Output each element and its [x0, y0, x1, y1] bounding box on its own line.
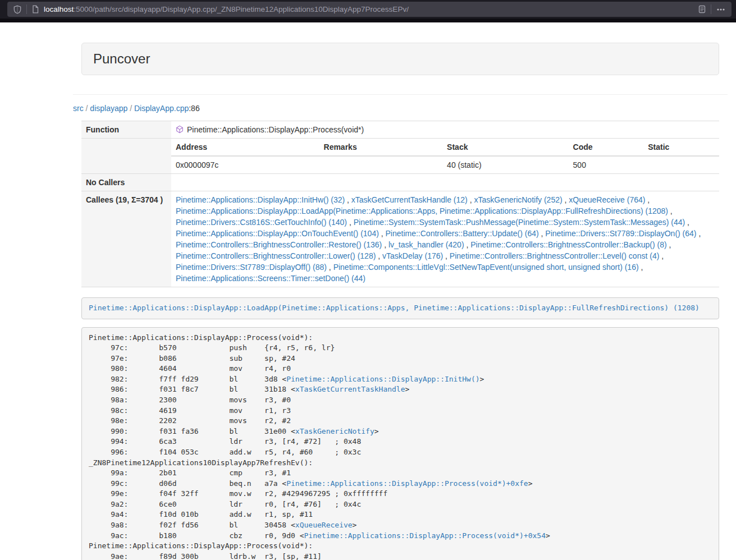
callee-link[interactable]: Pinetime::Applications::DisplayApp::Init… — [176, 195, 345, 204]
function-cube-icon — [176, 125, 184, 134]
details-header-row: Address Remarks Stack Code Static — [171, 139, 719, 156]
disassembly-symbol-link[interactable]: Pinetime::Applications::DisplayApp::Proc… — [286, 479, 528, 488]
disassembly-symbol-link[interactable]: Pinetime::Applications::DisplayApp::Init… — [286, 375, 479, 383]
callee-link[interactable]: Pinetime::Controllers::BrightnessControl… — [176, 240, 382, 249]
callees-label: Callees (19, Σ=3704 ) — [81, 191, 171, 287]
callee-link[interactable]: Pinetime::Drivers::St7789::DisplayOff() … — [176, 263, 327, 272]
url-path: :5000/path/src/displayapp/DisplayApp.cpp… — [74, 5, 409, 13]
callees-row: Callees (19, Σ=3704 ) Pinetime::Applicat… — [81, 191, 719, 287]
symbol-table: Function Pinetime::Applications::Display… — [81, 121, 719, 287]
breadcrumb: src / displayapp / DisplayApp.cpp:86 — [73, 104, 728, 113]
code-value: 500 — [569, 156, 644, 173]
url-bar-separator — [26, 4, 27, 14]
callee-link[interactable]: lv_task_handler (420) — [388, 240, 464, 249]
disassembly-pre: Pinetime::Applications::DisplayApp::Proc… — [81, 327, 719, 560]
url-host: localhost — [44, 5, 74, 13]
disassembly-symbol-link[interactable]: xTaskGenericNotify — [295, 427, 374, 435]
toolbar-separator — [711, 4, 711, 14]
breadcrumb-link[interactable]: displayapp — [90, 104, 127, 113]
page-info-icon[interactable] — [31, 5, 39, 13]
disassembly-symbol-link[interactable]: Pinetime::Applications::DisplayApp::Proc… — [304, 531, 546, 540]
callee-link[interactable]: xTaskGetCurrentTaskHandle (12) — [351, 195, 468, 204]
callee-link[interactable]: Pinetime::Controllers::BrightnessControl… — [470, 240, 666, 249]
details-row: Address Remarks Stack Code Static 0x0000… — [81, 139, 719, 174]
breadcrumb-link[interactable]: DisplayApp.cpp — [134, 104, 189, 113]
callee-link[interactable]: Pinetime::Applications::DisplayApp::Load… — [176, 206, 668, 215]
no-callers-label: No Callers — [81, 174, 171, 191]
callee-link[interactable]: Pinetime::Controllers::BrightnessControl… — [450, 251, 659, 260]
callee-link[interactable]: xQueueReceive (764) — [569, 195, 645, 204]
function-name: Pinetime::Applications::DisplayApp::Proc… — [187, 125, 364, 134]
browser-toolbar: localhost:5000/path/src/displayapp/Displ… — [0, 0, 736, 19]
function-row-label: Function — [81, 121, 171, 139]
url-bar[interactable]: localhost:5000/path/src/displayapp/Displ… — [7, 2, 732, 17]
callee-link[interactable]: Pinetime::System::SystemTask::PushMessag… — [354, 218, 685, 227]
callee-link[interactable]: Pinetime::Components::LittleVgl::SetNewT… — [333, 263, 639, 272]
details-row-label — [81, 139, 171, 174]
disassembly-symbol-link[interactable]: xQueueReceive — [295, 521, 353, 529]
callees-list: Pinetime::Applications::DisplayApp::Init… — [171, 191, 719, 287]
no-callers-row: No Callers — [81, 174, 719, 191]
column-stack: Stack — [442, 139, 568, 156]
breadcrumb-separator: / — [127, 104, 134, 113]
callee-link[interactable]: Pinetime::Controllers::BrightnessControl… — [176, 251, 376, 260]
app-header-panel: Puncover — [81, 43, 719, 75]
highlighted-callee-link[interactable]: Pinetime::Applications::DisplayApp::Load… — [89, 304, 700, 312]
callee-link[interactable]: Pinetime::Drivers::St7789::DisplayOn() (… — [545, 229, 696, 238]
function-name-cell: Pinetime::Applications::DisplayApp::Proc… — [171, 121, 719, 139]
page-content: Puncover src / displayapp / DisplayApp.c… — [0, 22, 736, 560]
callee-link[interactable]: Pinetime::Drivers::Cst816S::GetTouchInfo… — [176, 218, 347, 227]
remarks-value — [319, 156, 443, 173]
column-address: Address — [171, 139, 319, 156]
address-value: 0x0000097c — [171, 156, 319, 173]
callee-link[interactable]: Pinetime::Applications::Screens::Timer::… — [176, 274, 365, 283]
no-callers-cell — [171, 174, 719, 191]
highlighted-callee-block: Pinetime::Applications::DisplayApp::Load… — [81, 297, 719, 319]
callee-link[interactable]: Pinetime::Controllers::Battery::Update()… — [386, 229, 539, 238]
overflow-menu-icon[interactable] — [716, 5, 726, 14]
reader-mode-icon[interactable] — [698, 5, 706, 13]
details-cell: Address Remarks Stack Code Static 0x0000… — [171, 139, 719, 174]
details-table: Address Remarks Stack Code Static 0x0000… — [171, 139, 719, 173]
breadcrumb-link[interactable]: src — [73, 104, 84, 113]
app-title: Puncover — [93, 51, 707, 67]
stack-value: 40 (static) — [442, 156, 568, 173]
window-edge — [0, 19, 736, 22]
column-static: Static — [643, 139, 719, 156]
shield-icon[interactable] — [13, 5, 22, 14]
static-value — [643, 156, 719, 173]
function-row: Function Pinetime::Applications::Display… — [81, 121, 719, 139]
disassembly-symbol-link[interactable]: xTaskGetCurrentTaskHandle — [295, 385, 405, 393]
details-value-row: 0x0000097c 40 (static) 500 — [171, 156, 719, 173]
breadcrumb-separator: / — [84, 104, 90, 113]
column-remarks: Remarks — [319, 139, 443, 156]
callee-link[interactable]: xTaskGenericNotify (252) — [474, 195, 562, 204]
column-code: Code — [569, 139, 644, 156]
url-text: localhost:5000/path/src/displayapp/Displ… — [44, 5, 409, 13]
callee-link[interactable]: Pinetime::Applications::DisplayApp::OnTo… — [176, 229, 379, 238]
breadcrumb-line-number: :86 — [189, 104, 199, 113]
callee-link[interactable]: vTaskDelay (176) — [382, 251, 443, 260]
divider — [73, 94, 728, 95]
